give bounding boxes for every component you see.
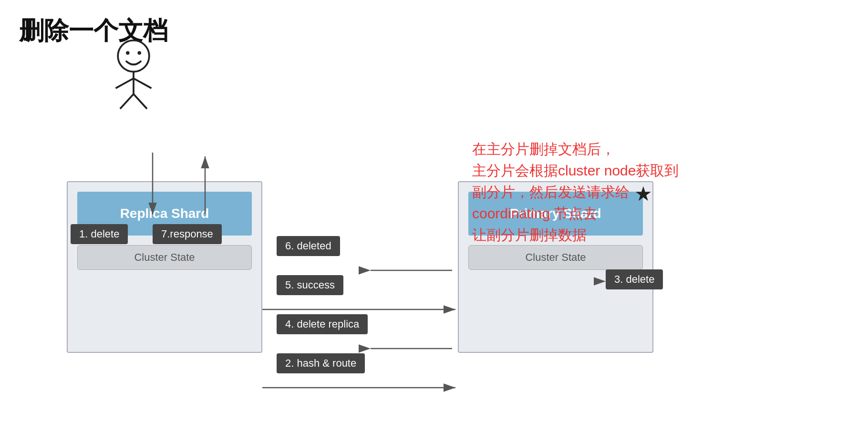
step4-label: 4. delete replica (277, 314, 368, 334)
right-cluster-state: Cluster State (468, 245, 643, 270)
diagram: Replica Shard Cluster State Primary Shar… (19, 38, 858, 420)
step5-label: 5. success (277, 275, 343, 295)
step1-label: 1. delete (71, 224, 128, 244)
left-cluster-state: Cluster State (77, 245, 252, 270)
left-node: Replica Shard Cluster State (67, 181, 262, 353)
annotation: 在主分片删掉文档后， 主分片会根据cluster node获取到 副分片，然后发… (472, 138, 679, 246)
step2-label: 2. hash & route (277, 353, 365, 373)
step6-label: 6. deleted (277, 236, 340, 256)
step7-label: 7.response (153, 224, 222, 244)
step3-label: 3. delete (606, 269, 663, 289)
